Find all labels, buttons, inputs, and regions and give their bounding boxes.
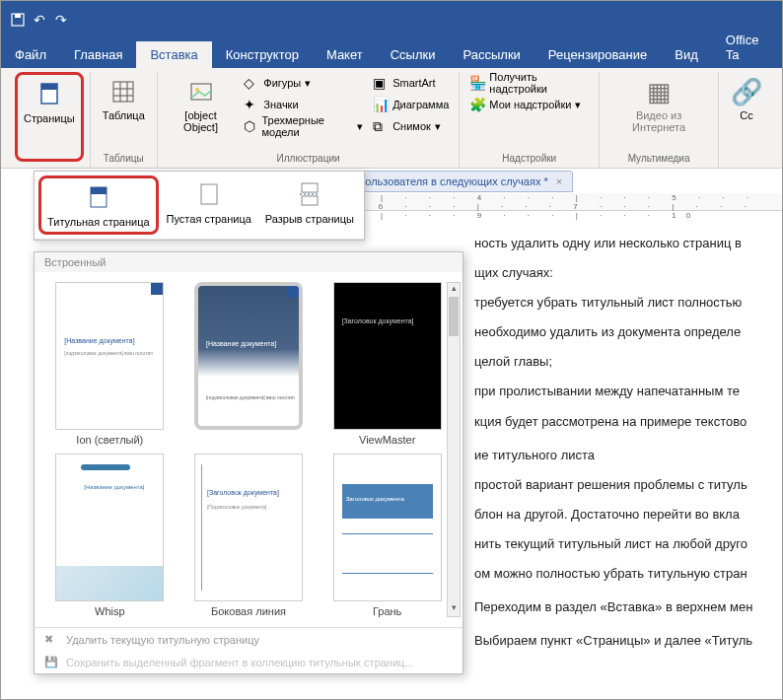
tab-mailings[interactable]: Рассылки: [449, 41, 534, 68]
icons-icon: ✦: [244, 97, 259, 112]
tab-file[interactable]: Файл: [1, 41, 60, 68]
tab-home[interactable]: Главная: [60, 41, 136, 68]
pages-button[interactable]: Страницы: [15, 72, 84, 162]
titlebar: ↶ ↷: [1, 1, 782, 38]
smartart-icon: ▣: [373, 75, 389, 91]
title-page-gallery: Встроенный [Название документа][подзагол…: [34, 251, 463, 674]
video-icon: ▦: [643, 76, 675, 107]
icons-button[interactable]: ✦Значки: [240, 94, 367, 115]
scrollbar-thumb[interactable]: [449, 297, 459, 336]
ribbon-tabs: Файл Главная Вставка Конструктор Макет С…: [1, 38, 782, 68]
close-icon[interactable]: ×: [556, 175, 562, 187]
table-button[interactable]: Таблица: [97, 72, 151, 151]
chart-button[interactable]: 📊Диаграмма: [369, 94, 453, 115]
svg-point-10: [195, 88, 199, 92]
tab-layout[interactable]: Макет: [313, 41, 377, 68]
svg-rect-3: [41, 84, 57, 90]
svg-rect-4: [113, 82, 133, 102]
3dmodels-button[interactable]: ⬡Трехмерные модели ▾: [240, 115, 367, 137]
template-viewmaster[interactable]: [Заголовок документа] ViewMaster: [321, 282, 453, 446]
tab-office[interactable]: Office Ta: [712, 27, 782, 68]
scroll-up-icon[interactable]: ▴: [448, 283, 460, 297]
cube-icon: ⬡: [244, 118, 257, 134]
gallery-header: Встроенный: [35, 252, 463, 272]
svg-rect-12: [91, 187, 107, 194]
template-ion-light[interactable]: [Название документа][подзаголовок докуме…: [44, 282, 176, 446]
title-page-icon: [83, 182, 114, 214]
blank-page-button[interactable]: Пустая страница: [161, 175, 257, 235]
pictures-icon: [185, 76, 217, 107]
redo-icon[interactable]: ↷: [52, 11, 70, 29]
svg-rect-13: [201, 184, 217, 204]
link-icon: 🔗: [731, 76, 762, 107]
get-addins-button[interactable]: 🏪Получить надстройки: [465, 72, 593, 94]
video-button[interactable]: ▦ Видео из Интернета: [605, 72, 712, 151]
chart-icon: 📊: [373, 97, 389, 112]
remove-title-page-action[interactable]: ✖ Удалить текущую титульную страницу: [35, 628, 463, 651]
undo-icon[interactable]: ↶: [31, 11, 48, 29]
page-break-button[interactable]: Разрыв страницы: [259, 175, 360, 235]
template-sideline[interactable]: [Заголовок документа][Подзаголовок докум…: [183, 454, 315, 617]
shapes-icon: ◇: [244, 75, 259, 91]
title-page-button[interactable]: Титульная страница: [38, 175, 159, 235]
screenshot-icon: ⧉: [373, 118, 389, 134]
shapes-button[interactable]: ◇Фигуры ▾: [240, 72, 367, 94]
page-break-icon: [294, 179, 325, 211]
tab-design[interactable]: Конструктор: [212, 41, 313, 68]
page-icon: [34, 79, 65, 110]
ribbon: Страницы Таблица Таблицы [object Object]…: [1, 68, 782, 169]
template-facet[interactable]: Заголовок документа Грань: [321, 454, 453, 617]
addins-icon: 🧩: [469, 97, 485, 112]
remove-icon: ✖: [44, 633, 60, 646]
table-icon: [107, 76, 139, 107]
svg-rect-15: [302, 196, 318, 205]
pages-dropdown: Титульная страница Пустая страница Разры…: [34, 171, 365, 241]
scroll-down-icon[interactable]: ▾: [448, 602, 460, 616]
save-gallery-icon: 💾: [44, 656, 60, 668]
document-content: ность удалить одну или несколько страниц…: [464, 213, 782, 660]
svg-rect-1: [15, 14, 21, 18]
screenshot-button[interactable]: ⧉Снимок ▾: [369, 115, 453, 137]
tab-insert[interactable]: Вставка: [136, 41, 211, 68]
smartart-button[interactable]: ▣SmartArt: [369, 72, 453, 94]
save-icon[interactable]: [9, 11, 27, 29]
blank-page-icon: [193, 179, 225, 211]
store-icon: 🏪: [469, 75, 485, 91]
template-selected[interactable]: [Название документа][подзаголовок докуме…: [183, 282, 315, 446]
my-addins-button[interactable]: 🧩Мои надстройки ▾: [465, 94, 593, 115]
tab-review[interactable]: Рецензирование: [534, 41, 661, 68]
links-button[interactable]: 🔗 Сс: [725, 72, 768, 162]
tab-references[interactable]: Ссылки: [377, 41, 450, 68]
svg-rect-14: [302, 183, 318, 192]
gallery-scrollbar[interactable]: ▴ ▾: [447, 282, 461, 617]
save-selection-action[interactable]: 💾 Сохранить выделенный фрагмент в коллек…: [35, 651, 463, 673]
svg-rect-9: [191, 84, 211, 100]
template-whisp[interactable]: [Название документа] Whisp: [44, 454, 176, 617]
pictures-button[interactable]: [object Object]: [164, 72, 239, 151]
tab-view[interactable]: Вид: [661, 41, 712, 68]
